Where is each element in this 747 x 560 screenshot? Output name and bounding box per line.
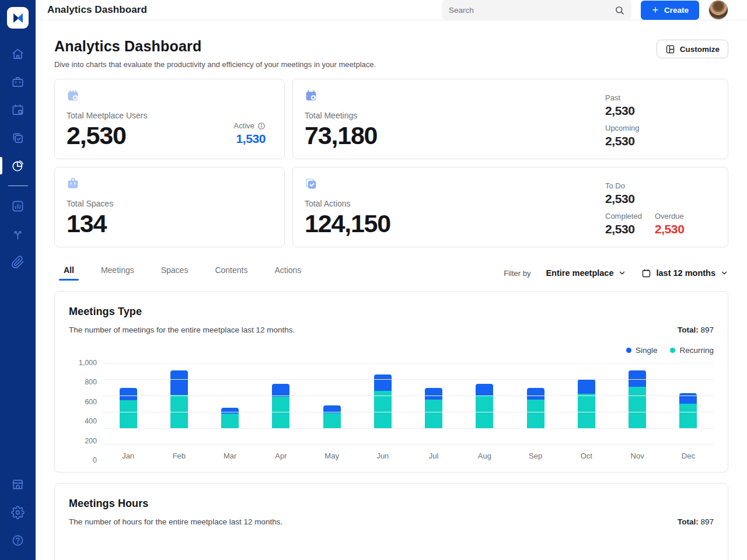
x-tick-label: Nov [612,452,663,460]
bar-column [153,363,204,444]
stacked-bar-jul[interactable] [425,388,442,428]
x-tick-label: Jul [409,452,459,460]
create-button[interactable]: Create [641,1,699,20]
briefcase-icon[interactable] [0,68,36,96]
home-icon[interactable] [0,40,36,68]
x-tick-label: Feb [153,452,204,460]
gear-icon[interactable] [0,498,36,526]
user-avatar[interactable] [708,0,728,20]
chart-legend: SingleRecurring [69,346,714,355]
tab-contents[interactable]: Contents [215,265,247,281]
customize-button[interactable]: Customize [657,40,728,58]
split-icon[interactable] [0,220,36,248]
chart-x-axis: JanFebMarAprMayJunJulAugSepOctNovDec [103,452,714,460]
logo-container[interactable] [0,0,36,36]
stacked-bar-may[interactable] [323,405,341,428]
chart-subtitle: The number of hours for the entire meetp… [69,517,282,526]
chevron-down-icon [720,269,728,277]
chart-total: Total: 897 [678,517,714,526]
chevron-down-icon [618,269,626,277]
recurring-segment [425,400,442,428]
tab-all[interactable]: All [64,265,74,281]
pie-chart-icon[interactable] [0,152,36,180]
meetplace-logo-icon [7,7,29,29]
recurring-segment [527,400,544,428]
bar-column [561,363,612,444]
x-tick-label: Apr [256,452,306,460]
chart-total: Total: 897 [678,326,714,334]
topbar: Analytics Dashboard Create [36,0,747,20]
calendar-icon[interactable] [0,96,36,124]
y-tick-label: 0 [93,456,97,465]
tab-spaces[interactable]: Spaces [161,265,189,281]
search-icon [615,5,624,15]
gridline [103,363,714,363]
card-total-spaces: Total Spaces 134 [54,167,285,247]
page-subtitle: Dive into charts that evaluate the produ… [54,60,376,69]
past-value: 2,530 [605,104,704,118]
bar-column [663,363,714,444]
date-range-dropdown[interactable]: last 12 months [641,268,728,278]
single-segment [374,374,392,390]
stacked-bar-oct[interactable] [578,379,595,428]
bar-chart-icon[interactable] [0,192,36,220]
single-segment [120,388,137,400]
scope-dropdown-value: Entire meetplace [546,268,613,278]
meetings-hours-card: Meetings Hours The number of hours for t… [54,483,728,560]
x-tick-label: May [306,452,357,460]
upcoming-label: Upcoming [605,124,704,132]
scope-dropdown[interactable]: Entire meetplace [546,268,626,278]
legend-label: Recurring [679,346,714,355]
help-icon[interactable] [0,526,36,554]
recurring-segment [578,394,595,428]
stacked-bar-mar[interactable] [221,408,239,428]
info-icon[interactable] [257,122,266,130]
recurring-segment [221,414,239,428]
past-label: Past [605,93,704,102]
customize-button-label: Customize [680,45,720,54]
single-segment [629,370,646,387]
calendar-small-icon [641,268,651,278]
card-total-meetplace-users: Total Meetplace Users 2,530 Active 1,530 [54,79,285,159]
actions-check-icon [305,177,317,190]
sidebar-nav [0,36,36,470]
stacked-bar-jun[interactable] [374,374,392,428]
users-calendar-icon [67,89,79,102]
meetings-type-plot [103,363,714,444]
stacked-bar-aug[interactable] [476,384,493,428]
layout-icon [665,44,675,54]
legend-label: Single [636,346,658,355]
tasks-icon[interactable] [0,124,36,152]
filter-by-label: Filter by [504,269,530,278]
search-input[interactable] [449,6,610,15]
completed-value: 2,530 [605,222,642,236]
bar-column [357,363,408,444]
x-tick-label: Jan [103,452,153,460]
paperclip-icon[interactable] [0,248,36,276]
single-segment [221,408,239,414]
bar-column [510,363,561,444]
gridline [103,412,714,412]
stacked-bar-apr[interactable] [272,384,289,428]
bar-column [103,363,153,444]
card-total-actions: Total Actions 124,150 To Do 2,530 Comple… [292,167,728,247]
search-box[interactable] [442,0,631,20]
storefront-icon[interactable] [0,470,36,498]
page-title: Analytics Dashboard [54,38,376,55]
page-content: Analytics Dashboard Dive into charts tha… [36,20,747,560]
y-tick-label: 200 [85,436,97,446]
stacked-bar-jan[interactable] [120,388,137,428]
single-segment [476,384,493,396]
gridline [103,396,714,396]
stacked-bar-dec[interactable] [679,393,697,428]
tab-actions[interactable]: Actions [274,265,301,281]
legend-dot-icon [626,348,631,353]
single-segment [272,384,289,397]
x-tick-label: Dec [663,452,714,460]
tab-meetings[interactable]: Meetings [101,265,134,281]
stacked-bar-sep[interactable] [527,388,544,428]
bar-column [205,363,256,444]
meetings-calendar-icon [305,89,317,102]
gridline [103,379,714,380]
meetings-type-card: Meetings Type The number of meetings for… [54,291,728,473]
